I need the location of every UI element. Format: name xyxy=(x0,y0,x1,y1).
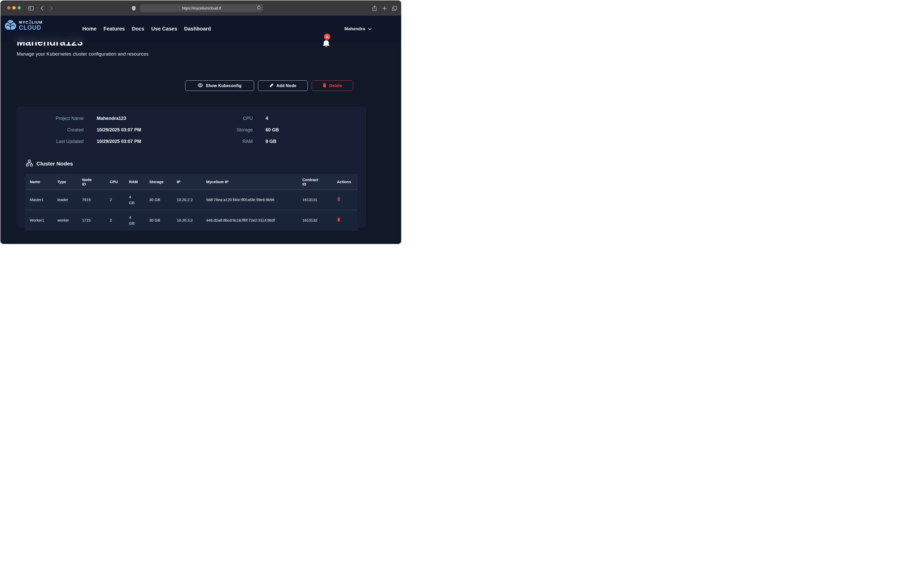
table-row: Master1 leader 7915 2 4 GB 30 GB 10.20.2… xyxy=(25,190,358,210)
table-header-row: Name Type Node ID CPU RAM Storage IP Myc… xyxy=(25,174,358,190)
info-row-project-name: Project Name Mahendra123 xyxy=(23,113,191,124)
col-contract-id: Contract ID xyxy=(298,174,332,190)
created-label: Created xyxy=(23,127,84,133)
nav-item-dashboard[interactable]: Dashboard xyxy=(184,26,211,32)
cell-node-id: 7915 xyxy=(78,190,105,210)
back-icon[interactable] xyxy=(39,5,45,11)
cluster-nodes-title: Cluster Nodes xyxy=(36,161,73,167)
cell-node-id: 1715 xyxy=(78,210,105,231)
page-subtitle: Manage your Kubernetes cluster configura… xyxy=(16,51,148,57)
pencil-icon xyxy=(270,83,274,88)
col-cpu: CPU xyxy=(105,174,124,190)
notification-badge: 11 xyxy=(324,34,330,40)
cell-ip: 10.20.2.2 xyxy=(172,190,202,210)
storage-value: 60 GB xyxy=(266,127,360,133)
delete-label: Delete xyxy=(329,84,342,88)
cpu-label: CPU xyxy=(191,116,253,121)
cell-ram: 4 GB xyxy=(124,190,145,210)
info-row-cpu: CPU 4 xyxy=(191,113,360,124)
brand-wordmark: MYCLIUM CLOUD xyxy=(19,20,43,31)
cell-contract-id: 1613132 xyxy=(298,210,332,231)
cell-actions xyxy=(332,210,358,231)
sidebar-toggle-icon[interactable] xyxy=(28,5,34,11)
brand-logo[interactable]: MYCLIUM CLOUD xyxy=(4,19,43,31)
network-icon xyxy=(26,160,33,167)
share-icon[interactable] xyxy=(371,5,378,11)
delete-cluster-button[interactable]: Delete xyxy=(312,81,353,91)
close-window-button[interactable] xyxy=(7,6,10,9)
cluster-nodes-table: Name Type Node ID CPU RAM Storage IP Myc… xyxy=(25,174,358,230)
notifications-button[interactable]: 11 xyxy=(322,34,333,48)
col-mycelium-ip: Mycelium IP xyxy=(202,174,298,190)
ram-value: 8 GB xyxy=(266,139,360,144)
project-name-value: Mahendra123 xyxy=(97,116,191,121)
cell-storage: 30 GB xyxy=(145,210,172,231)
info-row-created: Created 10/29/2025 03:07 PM xyxy=(23,124,191,136)
cell-cpu: 2 xyxy=(105,190,124,210)
ram-label: RAM xyxy=(191,139,253,144)
trash-icon xyxy=(322,83,327,88)
info-column-right: CPU 4 Storage 60 GB RAM 8 GB xyxy=(191,113,360,147)
info-column-left: Project Name Mahendra123 Created 10/29/2… xyxy=(23,113,191,147)
info-row-storage: Storage 60 GB xyxy=(191,124,360,136)
show-kubeconfig-button[interactable]: Show Kubeconfig xyxy=(185,81,254,91)
cell-actions xyxy=(332,190,358,210)
col-ip: IP xyxy=(172,174,202,190)
screenshot-stage: https://myceliumcloud.tf xyxy=(0,0,402,244)
cell-name: Master1 xyxy=(25,190,53,210)
forward-icon[interactable] xyxy=(48,5,54,11)
col-node-id: Node ID xyxy=(78,174,105,190)
privacy-shield-icon[interactable] xyxy=(130,5,137,11)
cell-mycelium-ip: 5d8:78ea:a120:f40c:ff0f:a5fe:99e6:8b96 xyxy=(202,190,298,210)
top-navbar: MYCLIUM CLOUD Home Features Docs Use Cas… xyxy=(0,16,401,42)
add-node-button[interactable]: Add Node xyxy=(258,81,308,91)
new-tab-icon[interactable] xyxy=(381,5,387,11)
cluster-nodes-heading: Cluster Nodes xyxy=(26,160,73,167)
info-row-last-updated: Last Updated 10/29/2025 03:07 PM xyxy=(23,136,191,147)
page-url: https://myceliumcloud.tf xyxy=(182,6,221,10)
tab-overview-icon[interactable] xyxy=(392,5,398,11)
cell-type: worker xyxy=(53,210,78,231)
user-name: Mahendra xyxy=(344,26,365,31)
cell-type: leader xyxy=(53,190,78,210)
browser-window: https://myceliumcloud.tf xyxy=(0,0,401,244)
reload-icon[interactable] xyxy=(257,5,261,11)
nav-item-home[interactable]: Home xyxy=(82,26,97,32)
nav-item-use-cases[interactable]: Use Cases xyxy=(151,26,177,32)
cluster-overview-card: Project Name Mahendra123 Created 10/29/2… xyxy=(16,107,366,227)
app-page: Mahendra123 Manage your Kubernetes clust… xyxy=(0,16,401,244)
minimize-window-button[interactable] xyxy=(12,6,16,9)
cell-ip: 10.20.3.2 xyxy=(172,210,202,231)
user-menu[interactable]: Mahendra xyxy=(344,16,372,42)
cell-ram: 4 GB xyxy=(124,210,145,231)
browser-toolbar: https://myceliumcloud.tf xyxy=(0,0,401,16)
col-actions: Actions xyxy=(332,174,358,190)
cell-storage: 30 GB xyxy=(145,190,172,210)
address-bar[interactable]: https://myceliumcloud.tf xyxy=(140,4,263,12)
cpu-value: 4 xyxy=(266,116,360,121)
mycelium-tree-icon xyxy=(4,19,16,31)
brand-line-cloud: CLOUD xyxy=(19,25,43,31)
last-updated-value: 10/29/2025 03:07 PM xyxy=(97,139,191,144)
bell-icon xyxy=(322,40,330,49)
table-row: Worker1 worker 1715 2 4 GB 30 GB 10.20.3… xyxy=(25,210,358,231)
main-content: Mahendra123 Manage your Kubernetes clust… xyxy=(0,16,401,244)
cluster-info-grid: Project Name Mahendra123 Created 10/29/2… xyxy=(23,113,359,147)
col-ram: RAM xyxy=(124,174,145,190)
cell-name: Worker1 xyxy=(25,210,53,231)
row-delete-button[interactable] xyxy=(337,197,340,202)
zoom-window-button[interactable] xyxy=(18,6,21,9)
cell-cpu: 2 xyxy=(105,210,124,231)
nav-item-features[interactable]: Features xyxy=(104,26,125,32)
cell-mycelium-ip: 446:d2a6:8bcd:8c16:ff0f:72e2:3114:863f xyxy=(202,210,298,231)
eye-icon xyxy=(198,83,203,88)
col-name: Name xyxy=(25,174,53,190)
nav-item-docs[interactable]: Docs xyxy=(132,26,144,32)
brand-line-mycelium: MYCLIUM xyxy=(19,20,43,24)
stylized-e-icon xyxy=(29,20,31,24)
col-type: Type xyxy=(53,174,78,190)
last-updated-label: Last Updated xyxy=(23,139,84,144)
add-node-label: Add Node xyxy=(276,84,297,88)
cell-contract-id: 1613131 xyxy=(298,190,332,210)
row-delete-button[interactable] xyxy=(337,217,340,222)
